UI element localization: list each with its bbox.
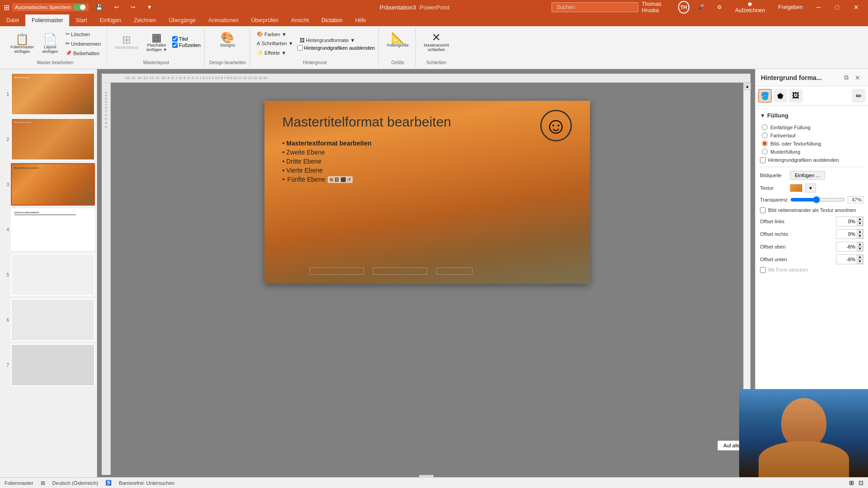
textur-row: Textur ▼ (760, 183, 863, 192)
muster-radio[interactable] (762, 149, 768, 155)
textur-swatch[interactable] (790, 184, 802, 192)
slide-thumb-6[interactable] (11, 299, 95, 341)
tab-uebergaenge[interactable]: Übergänge (162, 14, 202, 26)
offset-links-down-button[interactable]: ▼ (857, 221, 863, 226)
einfuegen-button[interactable]: Einfügen ... (790, 171, 825, 180)
bild-textur-label: Bild- oder Texturfüllung (770, 141, 821, 146)
search-input[interactable] (552, 2, 638, 12)
slide-thumb-3[interactable]: Mastertitelformat bearbeiten (11, 163, 95, 206)
farben-button[interactable]: 🎨 Farben ▼ (255, 30, 296, 38)
hintergrundgrafiken-check[interactable]: Hintergrundgrafiken ausblenden (297, 45, 375, 51)
offset-links-input[interactable] (836, 218, 857, 225)
fusszeilen-check[interactable]: Fußzeilen (172, 42, 201, 48)
tab-folienmaster[interactable]: Folienmaster (25, 14, 69, 26)
beibehalten-button[interactable]: 📌 Beibehalten (63, 49, 103, 57)
titel-checkbox[interactable] (172, 36, 178, 42)
offset-rechts-up-button[interactable]: ▲ (857, 230, 863, 234)
panel-collapse-button[interactable]: ⧉ (842, 73, 851, 82)
farbverlauf-radio[interactable] (762, 132, 768, 138)
titel-check[interactable]: Titel (172, 36, 201, 42)
offset-unten-input-group: ▲ ▼ (836, 254, 863, 264)
panel-close-button[interactable]: ✕ (853, 73, 863, 82)
slide-thumb-7[interactable] (11, 344, 95, 386)
layout-einfuegen-button[interactable]: 📄 Layouteinfügen (39, 32, 61, 56)
slide-thumb-2[interactable]: Mastertitelformat bearbeiten (11, 118, 95, 160)
designs-button[interactable]: 🎨 Designs (216, 30, 239, 50)
hintergrundformate-button[interactable]: 🖼 Hintergrundformate ▼ (297, 36, 375, 44)
offset-unten-input[interactable] (836, 256, 857, 263)
tab-dictation[interactable]: Dictation (315, 14, 349, 26)
scroll-up-button[interactable]: ▲ (744, 83, 751, 90)
minimize-button[interactable]: ─ (811, 0, 826, 14)
slide-row-3: 3 Mastertitelformat bearbeiten (2, 163, 95, 206)
tab-ueberpruefen[interactable]: Überprüfen (245, 14, 285, 26)
offset-oben-up-button[interactable]: ▲ (857, 242, 863, 247)
panel-image-icon-btn[interactable]: 🖼 (789, 89, 802, 103)
schriftarten-button[interactable]: A Schriftarten ▼ (255, 39, 296, 47)
textur-dropdown-button[interactable]: ▼ (805, 183, 816, 192)
hintergrundgrafiken-ausblenden-checkbox[interactable] (760, 157, 766, 163)
offset-unten-down-button[interactable]: ▼ (857, 259, 863, 264)
panel-more-icon-btn[interactable]: ✏ (852, 89, 865, 103)
slide-thumb-inner-7 (12, 345, 94, 385)
offset-oben-input-group: ▲ ▼ (836, 242, 863, 252)
tab-zeichnen[interactable]: Zeichnen (127, 14, 162, 26)
autosave-switch[interactable] (73, 4, 86, 10)
bild-textur-radio[interactable] (762, 141, 768, 146)
transparenz-slider[interactable] (790, 196, 845, 203)
folienmaster-einfuegen-button[interactable]: 📋 Folienmastereinfügen (7, 32, 37, 56)
tab-datei[interactable]: Datei (0, 14, 25, 26)
einfarbige-fuellung-row: Einfarbige Füllung (760, 124, 863, 130)
save-button[interactable]: 💾 (91, 0, 107, 14)
slide-canvas[interactable]: Mastertitelformat bearbeiten Mastertextf… (264, 101, 590, 284)
offset-oben-input[interactable] (836, 244, 857, 250)
einfarbige-fuellung-radio[interactable] (762, 124, 768, 130)
hintergrundgrafiken-row: Hintergrundgrafiken ausblenden (760, 157, 863, 163)
hintergrundgrafiken-checkbox[interactable] (297, 45, 303, 51)
redo-button[interactable]: ↪ (126, 0, 140, 14)
dictation-icon-btn[interactable]: 🎤 (693, 0, 709, 14)
record-button[interactable]: ⏺ Aufzeichnen (730, 0, 770, 14)
maximize-button[interactable]: □ (830, 0, 844, 14)
tab-einfuegen[interactable]: Einfügen (94, 14, 127, 26)
effekte-button[interactable]: ✨ Effekte ▼ (255, 48, 296, 57)
close-button[interactable]: ✕ (848, 0, 864, 14)
slide-thumb-4[interactable]: MASTERTITELFORMAT BEARBEITEN (11, 208, 95, 251)
slide-num-1: 1 (2, 92, 9, 97)
slidesorter-view-button[interactable]: ⊡ (859, 479, 863, 486)
tab-start[interactable]: Start (69, 14, 93, 26)
panel-fill-icon-btn[interactable]: 🪣 (758, 89, 772, 103)
horizontal-ruler: ·16 ·15 ·14 ·13 ·12 ·11 ·10 ·9 ·8 ·7 ·6 … (102, 74, 750, 83)
umbenennen-button[interactable]: ✏ Umbenennen (63, 39, 103, 48)
offset-rechts-input[interactable] (836, 231, 857, 237)
slide-thumb-5[interactable] (11, 253, 95, 296)
foliengroesse-button[interactable]: 📐 Foliengröße (384, 30, 412, 50)
undo-button[interactable]: ↩ (110, 0, 123, 14)
slide-thumb-1[interactable]: Mastertitelformat (11, 73, 95, 115)
offset-oben-down-button[interactable]: ▼ (857, 247, 863, 251)
bild-nebeneinander-checkbox[interactable] (760, 207, 766, 213)
masterlayout-button[interactable]: ⊞ Masterlayout (112, 32, 142, 52)
share-button[interactable]: Freigeben (774, 0, 807, 14)
fuellung-section-header[interactable]: ▼ Füllung (760, 110, 863, 121)
loeschen-button[interactable]: ✂ Löschen (63, 30, 103, 38)
lang-label: Deutsch (Österreich) (52, 480, 98, 486)
tab-animationen[interactable]: Animationen (202, 14, 245, 26)
masteransicht-schliessen-button[interactable]: ✕ Masteransichtschließen (420, 30, 452, 54)
normal-view-button[interactable]: ⊞ (849, 479, 854, 486)
autosave-toggle[interactable]: Automatisches Speichern (12, 3, 89, 11)
mit-form-checkbox[interactable] (760, 267, 766, 273)
fusszeilen-checkbox[interactable] (172, 42, 178, 48)
tab-ansicht[interactable]: Ansicht (285, 14, 315, 26)
offset-unten-label: Offset unten (760, 257, 833, 262)
panel-shape-icon-btn[interactable]: ⬟ (774, 89, 787, 103)
slide-num-7: 7 (2, 363, 9, 368)
offset-links-up-button[interactable]: ▲ (857, 217, 863, 221)
settings-icon-btn[interactable]: ⚙ (712, 0, 726, 14)
tab-hilfe[interactable]: Hilfe (349, 14, 373, 26)
platzhalter-einfuegen-button[interactable]: ▦ Platzhaltereinfügen ▼ (143, 30, 170, 54)
more-qat-button[interactable]: ▼ (142, 0, 157, 14)
offset-unten-up-button[interactable]: ▲ (857, 255, 863, 259)
slide-body-list: Mastertextformat bearbeiten Zweite Ebene… (283, 139, 572, 184)
offset-rechts-down-button[interactable]: ▼ (857, 234, 863, 239)
